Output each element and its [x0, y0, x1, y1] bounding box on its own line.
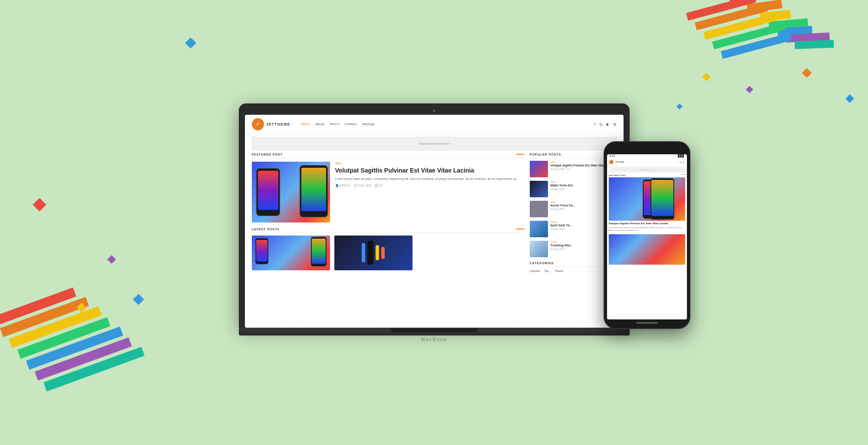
pp-content-3: Tech Auctor Fusce Fa... 24 Aug, 2020	[551, 201, 575, 210]
pp-thumb-5	[530, 241, 548, 257]
phone-ad-text: Advertisement here	[639, 169, 654, 171]
latest-grid	[252, 236, 525, 270]
phone-battery: ▊▊▊	[678, 154, 684, 158]
phone-section-header: FEATURED POST	[607, 173, 687, 177]
phone-image-1	[256, 168, 280, 216]
phone-featured-label: FEATURED POST	[609, 174, 626, 176]
phone-home-indicator	[636, 322, 658, 324]
latest-line	[516, 229, 525, 229]
nav-link-sitemap[interactable]: Sitemap	[362, 122, 374, 126]
pp-tag-5: Travel	[551, 241, 573, 243]
nav-logo-icon: ✓	[252, 118, 264, 130]
latest-card-image-1	[252, 236, 330, 270]
nav-logo: ✓ JETTHEME	[252, 118, 290, 130]
laptop-wrapper: ✓ JETTHEME Home About Tech Contact Sitem…	[239, 103, 630, 342]
phone-ad: Advertisement here	[609, 167, 685, 173]
featured-excerpt: Lorem ipsum dolor sit amet, consectetur …	[335, 177, 519, 182]
featured-content: Tech Volutpat Sagittis Pulvinar Est Vita…	[335, 162, 519, 222]
ad-text: Advertisement here	[419, 142, 449, 146]
pp-meta-5: 24 Aug, 2020	[551, 248, 573, 250]
pp-thumb-3	[530, 201, 548, 217]
date: 🕐 8 Jul, 2021	[353, 184, 372, 187]
facebook-icon[interactable]: f	[594, 122, 596, 126]
search-icon[interactable]: ⊕	[613, 122, 617, 126]
laptop-camera	[433, 110, 436, 112]
phone-featured-image	[609, 177, 685, 221]
dark-mode-icon[interactable]: ◐	[606, 122, 610, 126]
featured-post[interactable]: Tech Volutpat Sagittis Pulvinar Est Vita…	[252, 162, 525, 222]
featured-tag: Tech	[335, 162, 519, 165]
phone-search-icon[interactable]: ⊕	[683, 161, 685, 163]
phone-ig-icon[interactable]: ◎	[680, 161, 682, 163]
featured-section-header: FEATURED POST	[252, 153, 525, 158]
latest-card-1[interactable]	[252, 236, 330, 270]
main-grid: FEATURED POST	[245, 153, 624, 328]
nav-link-home[interactable]: Home	[301, 122, 310, 126]
phone-nav-text: JETTHEME	[615, 161, 624, 163]
laptop-screen: ✓ JETTHEME Home About Tech Contact Sitem…	[245, 115, 624, 328]
pp-title-2: Mattis Tortor Est	[551, 184, 573, 187]
pp-title-3: Auctor Fusce Fa...	[551, 204, 575, 207]
phone-image-2	[300, 165, 328, 217]
nav-logo-text: JETTHEME	[266, 122, 290, 126]
cat-item-tech[interactable]: Tec...	[544, 269, 551, 272]
phone-time: 9:41	[610, 154, 616, 158]
laptop-screen-bezel: ✓ JETTHEME Home About Tech Contact Sitem…	[239, 103, 630, 328]
pp-tag-2: Tech	[551, 181, 573, 183]
nav: ✓ JETTHEME Home About Tech Contact Sitem…	[245, 115, 624, 134]
phone-website: 9:41 ▊▊▊ ✓ JETTHEME f ◎ ⊕	[607, 154, 687, 319]
pp-thumb-4	[530, 221, 548, 237]
nav-link-tech[interactable]: Tech	[330, 122, 340, 126]
pp-meta-2: 24 Aug, 2020	[551, 188, 573, 190]
nav-links: Home About Tech Contact Sitemap	[301, 122, 587, 126]
phone-bottom-image	[609, 234, 685, 265]
ad-banner: Advertisement here	[252, 137, 617, 150]
phone-fb-icon[interactable]: f	[678, 161, 678, 163]
phone-section-line	[682, 174, 685, 175]
pp-meta-3: 24 Aug, 2020	[551, 208, 575, 210]
pp-content-5: Travel Travelling Alter... 24 Aug, 2020	[551, 241, 573, 250]
pp-meta-4: 24 Aug, 2020	[551, 228, 572, 230]
latest-title: LATEST POSTS	[252, 228, 280, 231]
phone-featured-title: Volutpat Sagittis Pulvinar Est Vitae Vit…	[609, 222, 685, 226]
latest-card-2[interactable]	[334, 236, 413, 270]
main-content: ✓ JETTHEME Home About Tech Contact Sitem…	[0, 0, 868, 445]
pp-content-2: Tech Mattis Tortor Est 24 Aug, 2020	[551, 181, 573, 190]
post-meta: 👤 jettheme 🕐 8 Jul, 2021 💬 10	[335, 184, 519, 187]
pp-thumb-2	[530, 181, 548, 197]
comments: 💬 10	[375, 184, 383, 187]
featured-line	[516, 154, 525, 155]
nav-link-contact[interactable]: Contact	[345, 122, 357, 126]
phone-content: Volutpat Sagittis Pulvinar Est Vitae Vit…	[607, 221, 687, 233]
phone-status-bar: 9:41 ▊▊▊	[607, 154, 687, 159]
laptop: ✓ JETTHEME Home About Tech Contact Sitem…	[239, 103, 630, 342]
instagram-icon[interactable]: ◎	[599, 122, 603, 126]
latest-card-image-2	[334, 236, 413, 270]
phone-nav-logo: ✓	[609, 160, 614, 164]
pp-thumb-1	[530, 161, 548, 177]
laptop-stand	[391, 328, 478, 332]
phone-nav: ✓ JETTHEME f ◎ ⊕	[607, 159, 687, 166]
phone-screen: 9:41 ▊▊▊ ✓ JETTHEME f ◎ ⊕	[607, 154, 687, 319]
featured-post-title: Volutpat Sagittis Pulvinar Est Vitae Vit…	[335, 166, 519, 174]
phone-nav-icons: f ◎ ⊕	[678, 161, 684, 163]
laptop-label: MacBook	[239, 337, 630, 342]
phone: 9:41 ▊▊▊ ✓ JETTHEME f ◎ ⊕	[604, 141, 690, 329]
pp-title-5: Travelling Alter...	[551, 244, 573, 247]
phone-featured-text: Lorem ipsum dolor sit amet, consectetur …	[609, 226, 685, 231]
nav-link-about[interactable]: About	[315, 122, 324, 126]
left-column: FEATURED POST	[252, 153, 525, 328]
pp-content-4: Travel Earth Sixth Th... 24 Aug, 2020	[551, 221, 572, 230]
website-content: ✓ JETTHEME Home About Tech Contact Sitem…	[245, 115, 624, 328]
latest-section-header: LATEST POSTS	[252, 228, 525, 233]
pp-tag-4: Travel	[551, 221, 572, 223]
phone-notch	[634, 146, 660, 153]
cat-item-literatur[interactable]: Literatur	[530, 269, 541, 272]
laptop-base	[239, 328, 630, 335]
pp-tag-3: Tech	[551, 201, 575, 203]
cat-item-travel[interactable]: Travel	[555, 269, 563, 272]
nav-icons: f ◎ ◐ ⊕	[594, 122, 617, 126]
author: 👤 jettheme	[335, 184, 350, 187]
featured-image	[252, 162, 330, 222]
pp-title-4: Earth Sixth Th...	[551, 224, 572, 227]
